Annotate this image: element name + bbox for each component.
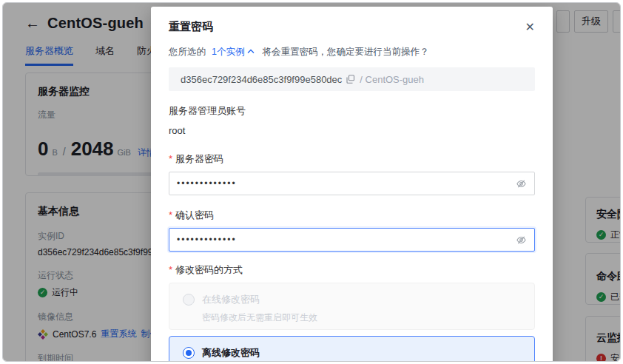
- admin-account-value: root: [169, 125, 535, 136]
- confirm-password-input[interactable]: [177, 235, 516, 245]
- selected-instance-box: d356ec729f234d6e85c3f9f99e580dec / CentO…: [169, 67, 535, 91]
- eye-off-icon[interactable]: [516, 235, 527, 246]
- required-asterisk: *: [169, 153, 172, 164]
- confirm-password-field-label: *确认密码: [169, 209, 535, 222]
- option-online-password[interactable]: 在线修改密码 密码修改后无需重启即可生效: [169, 283, 535, 330]
- chevron-up-icon[interactable]: [247, 49, 255, 54]
- close-icon[interactable]: ✕: [525, 21, 535, 33]
- selected-instance-id: d356ec729f234d6e85c3f9f99e580dec: [181, 74, 342, 85]
- instance-count-link[interactable]: 1个实例: [212, 46, 244, 58]
- option-online-desc: 密码修改后无需重启即可生效: [202, 311, 317, 324]
- confirm-prefix: 您所选的: [169, 46, 206, 58]
- selected-instance-name: / CentOS-gueh: [360, 74, 424, 85]
- password-method-label-text: 修改密码的方式: [175, 264, 243, 275]
- option-online-label: 在线修改密码: [202, 293, 317, 306]
- admin-account-label: 服务器管理员账号: [169, 104, 535, 118]
- required-asterisk: *: [169, 264, 172, 275]
- option-offline-label: 离线修改密码: [202, 346, 335, 360]
- password-input-wrap: [169, 172, 535, 195]
- confirm-message: 您所选的 1个实例 将会重置密码，您确定要进行当前操作？: [169, 46, 535, 58]
- password-field-label: *服务器密码: [169, 152, 535, 166]
- confirm-password-input-wrap: [169, 228, 535, 252]
- app-frame: ← CentOS-gueh ✓ 运行中 升级 服务器概览 域名 防火墙 服务器监…: [2, 2, 621, 362]
- required-asterisk: *: [169, 209, 172, 220]
- reset-password-modal: 重置密码 ✕ 您所选的 1个实例 将会重置密码，您确定要进行当前操作？ d356…: [151, 7, 553, 362]
- radio-selected-icon[interactable]: [183, 347, 195, 359]
- password-method-label: *修改密码的方式: [169, 263, 535, 277]
- modal-title: 重置密码: [169, 20, 213, 34]
- confirm-password-label-text: 确认密码: [175, 209, 214, 220]
- eye-off-icon[interactable]: [516, 178, 527, 189]
- confirm-suffix: 将会重置密码，您确定要进行当前操作？: [262, 46, 428, 58]
- password-label-text: 服务器密码: [175, 153, 223, 164]
- option-offline-password[interactable]: 离线修改密码 密码修改后需要重启实例方可生效: [169, 336, 535, 362]
- radio-unselected-icon[interactable]: [183, 294, 195, 306]
- password-input[interactable]: [177, 178, 516, 189]
- modal-header: 重置密码 ✕: [169, 7, 535, 34]
- copy-icon[interactable]: [346, 75, 355, 84]
